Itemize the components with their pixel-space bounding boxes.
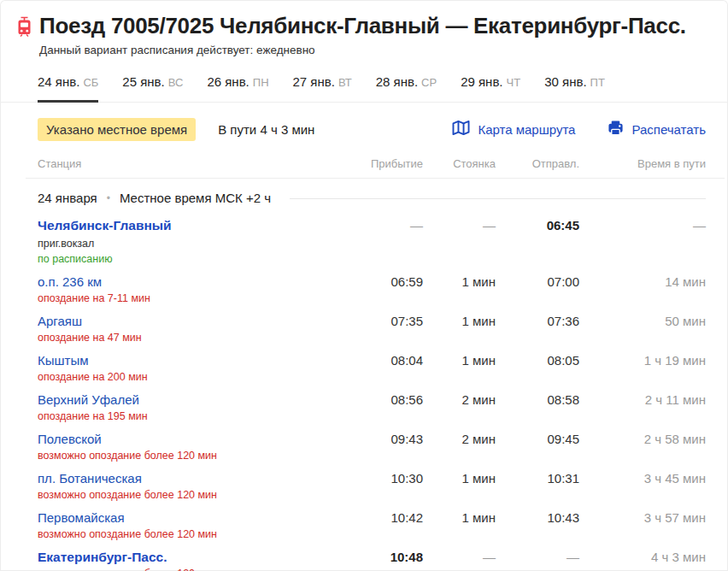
tab-date-label: 28 янв. — [376, 74, 418, 89]
elapsed-duration: 2 ч 11 мин — [579, 392, 706, 407]
station-link[interactable]: Екатеринбург-Пасс. — [38, 550, 320, 564]
stop-duration: 2 мин — [423, 432, 496, 446]
elapsed-duration: 4 ч 3 мин — [579, 550, 706, 564]
departure-time: 10:31 — [496, 471, 579, 486]
tab-date-29[interactable]: 29 янв.ЧТ — [461, 74, 520, 89]
station-link[interactable]: Аргаяш — [38, 314, 320, 328]
stations-table: Челябинск-Главный приг.вокзал по расписа… — [38, 209, 706, 571]
schedule-validity-note: Данный вариант расписания действует: еже… — [39, 44, 686, 56]
tab-date-30[interactable]: 30 янв.ПТ — [544, 74, 605, 89]
stop-duration: 1 мин — [423, 314, 496, 328]
stop-duration: 1 мин — [423, 274, 496, 289]
table-row: Екатеринбург-Пасс. возможно опоздание бо… — [38, 540, 706, 571]
route-map-link[interactable]: Карта маршрута — [452, 120, 575, 138]
departure-time: 08:58 — [496, 392, 579, 407]
station-cell: Полевской возможно опоздание более 120 м… — [38, 432, 320, 462]
elapsed-duration: 1 ч 19 мин — [579, 353, 706, 368]
arrival-time: — — [320, 218, 423, 233]
tab-day-label: ПН — [253, 76, 269, 89]
tab-date-label: 30 янв. — [544, 74, 586, 89]
col-station: Станция — [38, 157, 320, 170]
station-link[interactable]: Верхний Уфалей — [38, 392, 320, 407]
tab-day-label: ЧТ — [507, 76, 521, 89]
departure-time: 08:05 — [496, 353, 579, 368]
stop-duration: — — [423, 218, 496, 233]
departure-time: 07:36 — [496, 314, 579, 328]
station-cell: Екатеринбург-Пасс. возможно опоздание бо… — [38, 550, 320, 571]
tab-day-label: СР — [421, 76, 437, 89]
status-delay: опоздание на 47 мин — [38, 332, 320, 344]
status-delay: возможно опоздание более 120 мин — [38, 568, 320, 571]
col-duration: Время в пути — [579, 157, 706, 170]
stop-duration: 1 мин — [423, 353, 496, 368]
tab-date-label: 24 янв. — [38, 74, 79, 89]
station-cell: Верхний Уфалей опоздание на 195 мин — [38, 392, 320, 422]
station-link[interactable]: пл. Ботаническая — [38, 471, 320, 486]
elapsed-duration: 3 ч 45 мин — [579, 471, 706, 486]
tab-day-label: ВС — [168, 76, 184, 89]
departure-time: 07:00 — [496, 274, 579, 289]
date-line-date: 24 января — [38, 191, 97, 205]
stop-duration: — — [423, 550, 496, 564]
tab-date-24[interactable]: 24 янв.СБ — [38, 74, 98, 89]
date-line-rule — [290, 198, 706, 199]
table-row: Кыштым опоздание на 200 мин 08:04 1 мин … — [38, 344, 706, 383]
print-link[interactable]: Распечатать — [608, 120, 706, 138]
station-link[interactable]: Полевской — [38, 432, 320, 446]
date-line-timezone: Местное время МСК +2 ч — [120, 191, 271, 205]
status-delay: опоздание на 200 мин — [38, 371, 320, 383]
status-delay: возможно опоздание более 120 мин — [38, 450, 320, 462]
col-arrival: Прибытие — [320, 157, 423, 170]
arrival-time: 09:43 — [320, 432, 423, 446]
arrival-time: 10:42 — [320, 510, 423, 525]
station-link[interactable]: о.п. 236 км — [38, 274, 320, 289]
toolbar: Указано местное время В пути 4 ч 3 мин К… — [38, 117, 706, 141]
station-link[interactable]: Челябинск-Главный — [38, 218, 320, 233]
train-icon — [15, 16, 33, 41]
stop-duration: 1 мин — [423, 471, 496, 486]
station-cell: о.п. 236 км опоздание на 7-11 мин — [38, 274, 320, 304]
station-cell: Кыштым опоздание на 200 мин — [38, 353, 320, 383]
table-row: Верхний Уфалей опоздание на 195 мин 08:5… — [38, 383, 706, 422]
col-stop: Стоянка — [423, 157, 496, 170]
elapsed-duration: 3 ч 57 мин — [579, 510, 706, 525]
table-row: о.п. 236 км опоздание на 7-11 мин 06:59 … — [38, 265, 706, 304]
table-row: пл. Ботаническая возможно опоздание боле… — [38, 462, 706, 501]
station-link[interactable]: Кыштым — [38, 353, 320, 368]
status-delay: возможно опоздание более 120 мин — [38, 489, 320, 501]
arrival-time: 10:48 — [320, 550, 423, 564]
tab-date-27[interactable]: 27 янв.ВТ — [293, 74, 352, 89]
status-delay: возможно опоздание более 120 мин — [38, 528, 320, 540]
table-row: Первомайская возможно опоздание более 12… — [38, 501, 706, 540]
arrival-time: 08:04 — [320, 353, 423, 368]
arrival-time: 06:59 — [320, 274, 423, 289]
page-title: Поезд 7005/7025 Челябинск-Главный — Екат… — [39, 13, 686, 38]
departure-time: 10:43 — [496, 510, 579, 525]
page-header: Поезд 7005/7025 Челябинск-Главный — Екат… — [0, 0, 728, 56]
tab-day-label: ПТ — [590, 76, 605, 89]
departure-time: 09:45 — [496, 432, 579, 446]
arrival-time: 10:30 — [320, 471, 423, 486]
station-cell: Аргаяш опоздание на 47 мин — [38, 314, 320, 344]
local-time-badge: Указано местное время — [38, 118, 196, 141]
tab-date-28[interactable]: 28 янв.СР — [376, 74, 437, 89]
table-row: Полевской возможно опоздание более 120 м… — [38, 422, 706, 462]
elapsed-duration: 14 мин — [579, 274, 706, 289]
tab-date-26[interactable]: 26 янв.ПН — [207, 74, 268, 89]
tab-date-label: 26 янв. — [207, 74, 249, 89]
status-on-time: по расписанию — [38, 253, 320, 265]
tab-date-label: 27 янв. — [293, 74, 335, 89]
col-departure: Отправл. — [496, 157, 579, 170]
date-line: 24 января • Местное время МСК +2 ч — [38, 191, 706, 205]
print-link-label: Распечатать — [631, 122, 706, 137]
arrival-time: 07:35 — [320, 314, 423, 328]
train-schedule-page: Поезд 7005/7025 Челябинск-Главный — Екат… — [0, 0, 728, 571]
station-link[interactable]: Первомайская — [38, 510, 320, 525]
table-header: Станция Прибытие Стоянка Отправл. Время … — [38, 157, 706, 178]
arrival-time: 08:56 — [320, 392, 423, 407]
departure-time: — — [496, 550, 579, 564]
table-row: Челябинск-Главный приг.вокзал по расписа… — [38, 209, 706, 265]
station-cell: Первомайская возможно опоздание более 12… — [38, 510, 320, 540]
station-sublabel: приг.вокзал — [38, 238, 320, 250]
tab-date-25[interactable]: 25 янв.ВС — [122, 74, 183, 89]
